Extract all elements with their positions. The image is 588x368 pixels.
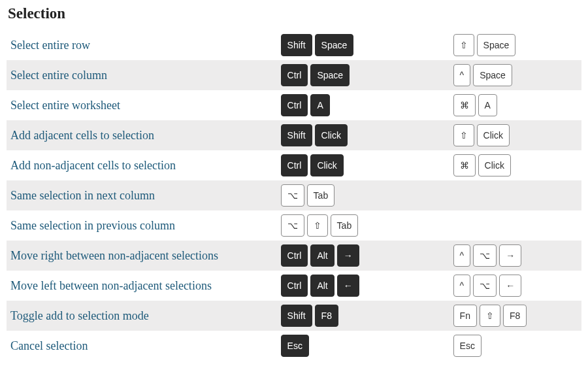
mac-key: ⇧: [453, 124, 474, 146]
shortcut-action[interactable]: Move right between non-adjacent selectio…: [7, 241, 277, 271]
windows-keys: ⌥Tab: [277, 180, 449, 210]
table-row: Select entire columnCtrlSpace^Space: [7, 60, 581, 90]
mac-key: Click: [477, 124, 510, 146]
mac-keys: ^Space: [449, 60, 581, 90]
mac-key: F8: [503, 305, 527, 327]
shortcut-action[interactable]: Cancel selection: [7, 331, 277, 361]
table-row: Select entire worksheetCtrlA⌘A: [7, 90, 581, 120]
windows-key: Tab: [331, 214, 359, 237]
windows-key: Ctrl: [281, 244, 308, 267]
mac-keys: ^⌥←: [449, 271, 581, 301]
windows-key: ⌥: [281, 184, 304, 207]
windows-keys: CtrlAlt←: [277, 271, 449, 301]
mac-key: →: [499, 244, 521, 267]
mac-key: ^: [453, 244, 471, 267]
windows-key: Click: [310, 154, 343, 176]
windows-key: Alt: [310, 244, 334, 267]
mac-key: ^: [453, 64, 471, 86]
windows-key: Shift: [281, 305, 312, 327]
table-row: Add non-adjacent cells to selectionCtrlC…: [7, 150, 581, 180]
shortcut-action[interactable]: Select entire column: [7, 60, 277, 90]
table-row: Same selection in next column⌥Tab: [7, 180, 581, 210]
mac-keys: ^⌥→: [449, 241, 581, 271]
table-row: Move left between non-adjacent selection…: [7, 271, 581, 301]
table-row: Add adjacent cells to selectionShiftClic…: [7, 120, 581, 150]
shortcut-action[interactable]: Add non-adjacent cells to selection: [7, 150, 277, 180]
mac-keys: ⇧Space: [449, 30, 581, 60]
mac-keys: ⇧Click: [449, 120, 581, 150]
shortcut-action[interactable]: Select entire worksheet: [7, 90, 277, 120]
windows-keys: ⌥⇧Tab: [277, 210, 449, 241]
windows-key: Click: [315, 124, 348, 146]
shortcut-action[interactable]: Select entire row: [7, 30, 277, 60]
section-title: Selection: [8, 5, 581, 22]
windows-key: Shift: [281, 124, 312, 146]
mac-key: Space: [477, 34, 516, 56]
windows-key: Tab: [307, 184, 335, 207]
windows-keys: CtrlClick: [277, 150, 449, 180]
shortcut-action[interactable]: Same selection in next column: [7, 180, 277, 210]
mac-keys: [449, 210, 581, 241]
windows-key: →: [337, 244, 359, 267]
mac-key: Esc: [453, 335, 482, 357]
windows-keys: ShiftF8: [277, 301, 449, 331]
shortcut-action[interactable]: Add adjacent cells to selection: [7, 120, 277, 150]
windows-keys: CtrlSpace: [277, 60, 449, 90]
windows-key: Shift: [281, 34, 312, 56]
windows-keys: CtrlA: [277, 90, 449, 120]
windows-key: Ctrl: [281, 154, 308, 176]
windows-key: Alt: [310, 275, 334, 297]
shortcut-action[interactable]: Toggle add to selection mode: [7, 301, 277, 331]
table-row: Select entire rowShiftSpace⇧Space: [7, 30, 581, 60]
table-row: Same selection in previous column⌥⇧Tab: [7, 210, 581, 241]
shortcut-table: Select entire rowShiftSpace⇧SpaceSelect …: [7, 30, 581, 361]
windows-keys: CtrlAlt→: [277, 241, 449, 271]
mac-keys: Fn⇧F8: [449, 301, 581, 331]
mac-key: ⌘: [453, 94, 476, 116]
windows-key: ⌥: [281, 214, 304, 237]
mac-key: ⇧: [453, 34, 474, 56]
windows-key: A: [310, 94, 329, 116]
windows-keys: Esc: [277, 331, 449, 361]
mac-keys: [449, 180, 581, 210]
mac-key: ←: [499, 275, 521, 297]
mac-keys: ⌘Click: [449, 150, 581, 180]
mac-keys: ⌘A: [449, 90, 581, 120]
shortcut-action[interactable]: Same selection in previous column: [7, 210, 277, 241]
mac-key: Space: [473, 64, 512, 86]
mac-key: ⌥: [473, 275, 497, 297]
windows-keys: ShiftClick: [277, 120, 449, 150]
windows-keys: ShiftSpace: [277, 30, 449, 60]
windows-key: Ctrl: [281, 64, 308, 86]
mac-key: ⇧: [480, 305, 500, 327]
mac-key: A: [478, 94, 497, 116]
table-row: Cancel selectionEscEsc: [7, 331, 581, 361]
windows-key: ←: [337, 275, 359, 297]
windows-key: Esc: [281, 335, 309, 357]
mac-key: ⌘: [453, 154, 476, 176]
mac-key: Click: [478, 154, 511, 176]
mac-key: ⌥: [473, 244, 497, 267]
windows-key: ⇧: [307, 214, 328, 237]
table-row: Move right between non-adjacent selectio…: [7, 241, 581, 271]
mac-key: ^: [453, 275, 471, 297]
mac-key: Fn: [453, 305, 477, 327]
shortcut-action[interactable]: Move left between non-adjacent selection…: [7, 271, 277, 301]
windows-key: F8: [315, 305, 338, 327]
mac-keys: Esc: [449, 331, 581, 361]
table-row: Toggle add to selection modeShiftF8Fn⇧F8: [7, 301, 581, 331]
windows-key: Space: [310, 64, 350, 86]
windows-key: Ctrl: [281, 275, 308, 297]
windows-key: Space: [315, 34, 354, 56]
windows-key: Ctrl: [281, 94, 308, 116]
